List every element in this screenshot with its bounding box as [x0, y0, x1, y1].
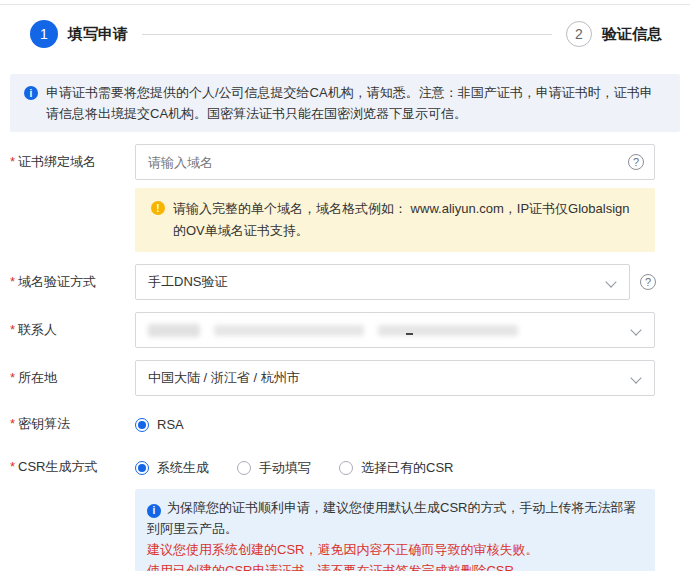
stepper: 1 填写申请 2 验证信息	[0, 0, 690, 48]
required-marker: *	[10, 154, 15, 169]
chevron-down-icon	[605, 276, 616, 287]
step-2-circle: 2	[566, 21, 592, 47]
verify-method-value: 手工DNS验证	[148, 273, 227, 291]
location-select[interactable]: 中国大陆 / 浙江省 / 杭州市	[135, 360, 655, 396]
row-contact: *联系人	[10, 312, 690, 348]
row-key-algorithm: *密钥算法 RSA	[10, 414, 690, 433]
step-2-label: 验证信息	[602, 25, 662, 44]
chevron-down-icon	[630, 324, 641, 335]
radio-unselected-icon	[237, 461, 251, 475]
radio-selected-icon	[135, 461, 149, 475]
verify-method-label: *域名验证方式	[10, 264, 135, 300]
step-1-label: 填写申请	[68, 25, 128, 44]
csr-method-label: *CSR生成方式	[10, 457, 135, 571]
csr-notice-line1: i为保障您的证书顺利申请，建议您使用默认生成CSR的方式，手动上传将无法部署到阿…	[147, 497, 643, 539]
radio-manual-fill[interactable]: 手动填写	[237, 459, 311, 477]
csr-notice-line2: 建议您使用系统创建的CSR，避免因内容不正确而导致的审核失败。	[147, 539, 643, 560]
contact-label: *联系人	[10, 312, 135, 348]
question-circle-icon[interactable]: ?	[640, 274, 656, 290]
required-marker: *	[10, 274, 15, 289]
stepper-connector-line	[142, 34, 552, 35]
certificate-application-page: 1 填写申请 2 验证信息 i 申请证书需要将您提供的个人/公司信息提交给CA机…	[0, 0, 690, 571]
location-value: 中国大陆 / 浙江省 / 杭州市	[148, 369, 300, 387]
required-marker: *	[10, 416, 15, 431]
row-location: *所在地 中国大陆 / 浙江省 / 杭州市	[10, 360, 690, 396]
warning-icon: !	[151, 201, 165, 215]
info-banner: i 申请证书需要将您提供的个人/公司信息提交给CA机构，请知悉。注意：非国产证书…	[10, 74, 680, 132]
row-verify-method: *域名验证方式 手工DNS验证 ?	[10, 264, 690, 300]
domain-warning-text: 请输入完整的单个域名，域名格式例如： www.aliyun.com，IP证书仅G…	[173, 198, 639, 242]
csr-notice-box: i为保障您的证书顺利申请，建议您使用默认生成CSR的方式，手动上传将无法部署到阿…	[135, 489, 655, 571]
info-banner-text: 申请证书需要将您提供的个人/公司信息提交给CA机构，请知悉。注意：非国产证书，申…	[46, 82, 664, 124]
top-divider	[0, 4, 690, 5]
domain-input[interactable]	[148, 155, 620, 170]
radio-system-generate[interactable]: 系统生成	[135, 459, 209, 477]
step-fill-application: 1 填写申请	[30, 20, 128, 48]
step-1-circle: 1	[30, 20, 58, 48]
info-icon: i	[24, 86, 38, 100]
certificate-form: *证书绑定域名 ? ! 请输入完整的单个域名，域名格式例如： www.aliyu…	[0, 132, 690, 571]
radio-rsa[interactable]: RSA	[135, 417, 184, 432]
chevron-down-icon	[630, 372, 641, 383]
row-domain: *证书绑定域名 ? ! 请输入完整的单个域名，域名格式例如： www.aliyu…	[10, 144, 690, 252]
csr-notice-line3: 使用已创建的CSR申请证书，请不要在证书签发完成前删除CSR。	[147, 560, 643, 571]
contact-select[interactable]	[135, 312, 655, 348]
domain-label: *证书绑定域名	[10, 144, 135, 252]
key-algorithm-label: *密钥算法	[10, 414, 135, 433]
domain-warning-box: ! 请输入完整的单个域名，域名格式例如： www.aliyun.com，IP证书…	[135, 188, 655, 252]
redacted-contact-value	[148, 313, 620, 347]
radio-selected-icon	[135, 418, 149, 432]
location-label: *所在地	[10, 360, 135, 396]
radio-unselected-icon	[339, 461, 353, 475]
domain-input-wrapper: ?	[135, 144, 655, 180]
verify-method-select[interactable]: 手工DNS验证	[135, 264, 630, 300]
step-verify-info: 2 验证信息	[566, 21, 662, 47]
required-marker: *	[10, 370, 15, 385]
row-csr-method: *CSR生成方式 系统生成 手动填写 选择已有的CSR	[10, 457, 690, 571]
info-icon: i	[147, 504, 161, 518]
required-marker: *	[10, 322, 15, 337]
question-circle-icon[interactable]: ?	[628, 154, 644, 170]
required-marker: *	[10, 459, 15, 474]
radio-existing-csr[interactable]: 选择已有的CSR	[339, 459, 453, 477]
